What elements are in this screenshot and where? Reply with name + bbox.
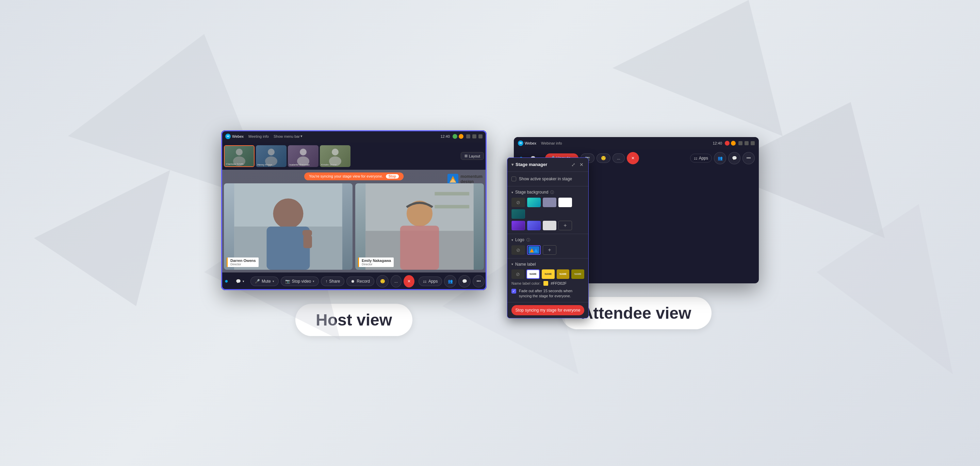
minimize-button[interactable]	[466, 134, 470, 138]
stop-sync-button[interactable]: Stop syncing my stage for everyone	[511, 305, 584, 315]
color-chip[interactable]	[543, 281, 548, 286]
attendee-emoji-btn[interactable]: 🙂	[597, 153, 611, 163]
attendee-window-controls	[738, 141, 755, 145]
svg-point-7	[236, 149, 243, 156]
stage-bg-toggle[interactable]: ▾	[511, 191, 513, 194]
attendee-more-toolbar-btn[interactable]: •••	[743, 152, 755, 164]
nl-olive-opt[interactable]: NAME	[571, 269, 584, 279]
end-button[interactable]: ✕	[404, 275, 414, 288]
logo-section: ▾ Logo ⓘ ⊘ +	[508, 234, 588, 259]
participants-button[interactable]: 👥	[444, 275, 456, 288]
host-view-label: Host view	[295, 304, 412, 336]
swatch-light-gray[interactable]	[543, 221, 556, 230]
attendee-status-dots	[725, 141, 736, 146]
more-button[interactable]: ...	[391, 275, 401, 288]
mute-button[interactable]: 🎤 Mute ▾	[250, 277, 279, 286]
participant-thumb-4[interactable]: Kristin Stone	[320, 145, 350, 167]
show-active-speaker-section: Show active speaker in stage	[508, 172, 588, 186]
chat-icon: 💬	[236, 279, 241, 284]
name-label-emily: Emily Nakagawa Director	[358, 258, 394, 267]
webex-label: Webex	[232, 134, 243, 138]
status-dot-red	[725, 141, 730, 146]
swatch-teal2[interactable]	[511, 209, 525, 219]
svg-rect-26	[434, 192, 469, 195]
momentum-text: momentum design	[460, 174, 482, 184]
main-container: W Webex Meeting info Show menu bar ▾ 12:…	[0, 0, 980, 466]
record-button[interactable]: ⏺ Record	[347, 277, 374, 286]
participant-thumb-2[interactable]: Henry Riggs	[256, 145, 286, 167]
host-window-wrapper: W Webex Meeting info Show menu bar ▾ 12:…	[221, 130, 487, 290]
stage-background-section: ▾ Stage background ⓘ ⊘	[508, 186, 588, 234]
participant-name-2: Henry Riggs	[257, 163, 272, 166]
title-bar-left: W Webex Meeting info Show menu bar ▾	[225, 134, 302, 139]
name-label-section-label: Name label	[515, 262, 536, 267]
attendee-time-display: 12:40	[713, 141, 722, 145]
sync-stop-button[interactable]: Stop	[386, 174, 399, 178]
close-button[interactable]	[479, 134, 482, 138]
attendee-maximize-button[interactable]	[745, 141, 749, 145]
stage-background-info[interactable]: ⓘ	[550, 190, 554, 195]
maximize-button[interactable]	[472, 134, 476, 138]
layout-button[interactable]: ⊞ Layout	[461, 152, 484, 160]
panel-close-btn[interactable]: ✕	[579, 161, 584, 168]
swatch-none[interactable]: ⊘	[511, 198, 525, 207]
show-active-speaker-checkbox[interactable]	[511, 177, 516, 181]
svg-rect-29	[400, 226, 439, 270]
color-row: Name label color: #FFD02F	[511, 281, 584, 286]
background-swatches: ⊘	[511, 198, 584, 219]
nl-dark-gold-opt[interactable]: NAME	[557, 269, 570, 279]
mic-icon: 🎤	[255, 279, 260, 284]
status-dot-green	[453, 134, 457, 139]
chat-toolbar-btn[interactable]: 💬 ▾	[232, 277, 248, 286]
swatch-white[interactable]	[558, 198, 572, 207]
attendee-toolbar-right: ⚏ Apps 👥 💬 •••	[690, 152, 755, 164]
nl-none-opt[interactable]: ⊘	[511, 269, 524, 279]
chevron-down-panel[interactable]: ▾	[511, 162, 514, 167]
attendee-more-btn[interactable]: ...	[612, 153, 625, 163]
chat-icon-2: 💬	[462, 279, 467, 284]
attendee-apps-button[interactable]: ⚏ Apps	[690, 154, 712, 162]
participant-thumb-1[interactable]: Clarissa Smith	[224, 145, 255, 167]
nl-selected-opt[interactable]: NAME	[527, 269, 540, 279]
panel-expand-btn[interactable]: ⤢	[571, 161, 576, 168]
name-label-toggle[interactable]: ▾	[511, 262, 513, 266]
show-active-speaker-label: Show active speaker in stage	[519, 177, 572, 181]
swatch-add[interactable]: +	[558, 221, 572, 230]
apps-toolbar-button[interactable]: ⚏ Apps	[418, 277, 442, 286]
logo-info[interactable]: ⓘ	[527, 237, 530, 243]
fade-checkbox[interactable]	[511, 289, 516, 294]
swatch-gray[interactable]	[543, 198, 556, 207]
share-button[interactable]: ↑ Share	[321, 277, 344, 286]
attendee-webex-logo: W Webex	[518, 140, 536, 146]
attendee-end-button[interactable]: ✕	[627, 152, 639, 164]
participant-thumb-3[interactable]: Isabelle Brennan	[288, 145, 318, 167]
attendee-webex-icon: W	[518, 140, 523, 146]
webex-icon: W	[225, 134, 231, 139]
stop-video-button[interactable]: 📷 Stop video ▾	[281, 277, 319, 286]
logo-add-opt[interactable]: +	[543, 245, 556, 255]
swatch-purple[interactable]	[511, 221, 525, 230]
meeting-info-btn[interactable]: Meeting info	[247, 134, 271, 139]
logo-momentum-opt[interactable]	[527, 245, 541, 255]
swatch-indigo[interactable]	[527, 221, 541, 230]
attendee-chat-btn2[interactable]: 💬	[728, 152, 740, 164]
attendee-close-button[interactable]	[751, 141, 755, 145]
attendee-title-bar-left: W Webex Webinar info	[518, 140, 564, 146]
emoji-button[interactable]: 🙂	[376, 275, 388, 288]
attendee-participants-btn[interactable]: 👥	[714, 152, 726, 164]
webex-logo: W Webex	[225, 134, 243, 139]
more-toolbar-button[interactable]: •••	[473, 275, 485, 288]
record-icon: ⏺	[351, 279, 355, 284]
background-swatches-row2: +	[511, 221, 584, 230]
chat-button[interactable]: 💬	[458, 275, 471, 288]
webinar-info-btn[interactable]: Webinar info	[539, 140, 564, 146]
svg-marker-1	[34, 170, 170, 306]
swatch-teal[interactable]	[527, 198, 541, 207]
logo-none-opt[interactable]: ⊘	[511, 245, 525, 255]
person-darren-svg	[224, 183, 353, 270]
host-title-bar: W Webex Meeting info Show menu bar ▾ 12:…	[221, 130, 487, 143]
nl-gold-opt[interactable]: NAME	[542, 269, 555, 279]
show-menu-btn[interactable]: Show menu bar ▾	[274, 134, 302, 138]
logo-toggle[interactable]: ▾	[511, 238, 513, 242]
attendee-minimize-button[interactable]	[738, 141, 743, 145]
